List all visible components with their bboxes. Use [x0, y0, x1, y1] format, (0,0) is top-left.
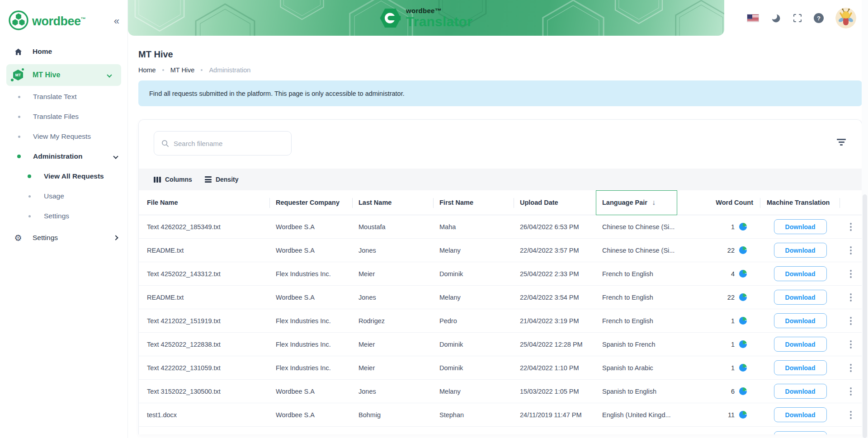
cell-actions [840, 380, 862, 403]
column-header-first-name[interactable]: First Name [433, 190, 514, 215]
columns-icon [154, 177, 161, 183]
cell-last-name: Rodrigez [352, 309, 433, 332]
table-row[interactable]: README.txt Wordbee S.A Jones Melany 22/0… [139, 239, 862, 262]
table-row[interactable]: Text 4212022_151919.txt Flex Industries … [139, 309, 862, 333]
cell-first-name: Dominik [433, 356, 514, 379]
scrollbar-thumb[interactable] [863, 194, 867, 438]
search-input[interactable] [174, 140, 282, 147]
kebab-menu-icon[interactable] [848, 409, 854, 421]
breadcrumb-mt-hive[interactable]: MT Hive [170, 66, 195, 74]
sidebar-item-view-my-requests[interactable]: View My Requests [0, 127, 127, 146]
fullscreen-icon[interactable] [793, 14, 802, 23]
sidebar-item-settings-sub[interactable]: Settings [0, 206, 127, 226]
cell-machine-translation: Download [760, 403, 840, 426]
density-button[interactable]: Density [205, 176, 239, 183]
pie-chart-icon [739, 387, 747, 395]
cell-last-name: Meier [352, 356, 433, 379]
table-row[interactable]: Text 3152022_130500.txt Wordbee S.A Jone… [139, 380, 862, 403]
columns-button[interactable]: Columns [154, 176, 192, 183]
kebab-menu-icon[interactable] [848, 339, 854, 350]
cell-last-name: Moustafa [352, 215, 433, 238]
table-row[interactable]: README.txt Wordbee S.A Jones Melany 22/0… [139, 286, 862, 309]
sort-descending-icon[interactable]: ↓ [652, 198, 656, 207]
filter-icon[interactable] [836, 139, 846, 147]
cell-language-pair: Spanish to Arabic [596, 356, 677, 379]
table-row[interactable]: Text 4252022_143312.txt Flex Industries … [139, 262, 862, 286]
download-button[interactable]: Download [774, 337, 827, 352]
column-header-requester-company[interactable]: Requester Company [269, 190, 352, 215]
cell-first-name: Melany [433, 380, 514, 403]
cell-actions [840, 333, 862, 356]
help-icon[interactable]: ? [814, 13, 824, 23]
cell-last-name: Bohmig [352, 403, 433, 426]
cell-file-name: README.txt [139, 239, 269, 262]
table-row[interactable]: Text 4222022_131059.txt Flex Industries … [139, 356, 862, 380]
table-row[interactable]: Text 4262022_185349.txt Wordbee S.A Mous… [139, 215, 862, 239]
topbar-actions: ? [747, 6, 856, 30]
page-scrollbar[interactable] [862, 0, 868, 438]
cell-actions [840, 262, 862, 285]
cell-upload-date: 25/04/2022 12:28 PM [514, 333, 596, 356]
sidebar-item-translate-files[interactable]: Translate Files [0, 107, 127, 127]
bullet-icon [18, 96, 20, 98]
cell-last-name: Jones [352, 286, 433, 309]
sidebar-item-settings[interactable]: ⚙ Settings [0, 228, 127, 248]
sidebar-item-label: MT Hive [33, 71, 60, 79]
column-header-last-name[interactable]: Last Name [352, 190, 433, 215]
sidebar-item-label: Usage [44, 192, 64, 200]
column-header-upload-date[interactable]: Upload Date [514, 190, 596, 215]
page-title: MT Hive [138, 49, 868, 60]
kebab-menu-icon[interactable] [848, 268, 854, 280]
cell-machine-translation: Download [760, 309, 840, 332]
cell-requester-company: Wordbee S.A [269, 239, 352, 262]
logo-wordbee-text: wordbee™ [406, 7, 472, 14]
sidebar-item-view-all-requests[interactable]: View All Requests [0, 166, 127, 186]
requests-card: Columns Density File Name Requester Comp… [138, 119, 862, 434]
kebab-menu-icon[interactable] [848, 362, 854, 374]
column-header-machine-translation[interactable]: Machine Translation [760, 190, 840, 215]
user-avatar[interactable] [835, 8, 856, 28]
table-row[interactable]: test1.docx Wordbee S.A Bohmig Stephan 24… [139, 403, 862, 427]
sidebar-item-home[interactable]: Home [0, 42, 127, 61]
kebab-menu-icon[interactable] [848, 315, 854, 327]
cell-requester-company: Flex Industries Inc. [269, 262, 352, 285]
table-body: Text 4262022_185349.txt Wordbee S.A Mous… [139, 215, 862, 427]
density-label: Density [216, 176, 239, 183]
column-header-word-count[interactable]: Word Count [677, 190, 760, 215]
kebab-menu-icon[interactable] [848, 292, 854, 303]
download-button[interactable]: Download [774, 266, 827, 281]
cell-machine-translation: Download [760, 286, 840, 309]
download-button[interactable]: Download [774, 431, 827, 434]
cell-first-name: Dominik [433, 262, 514, 285]
download-button[interactable]: Download [774, 384, 827, 399]
column-header-language-pair[interactable]: Language Pair ↓ [596, 190, 677, 215]
sidebar-item-translate-text[interactable]: Translate Text [0, 87, 127, 107]
cell-file-name: test1.docx [139, 403, 269, 426]
cell-file-name: Text 4252022_122838.txt [139, 333, 269, 356]
kebab-menu-icon[interactable] [848, 245, 854, 256]
download-button[interactable]: Download [774, 407, 827, 422]
cell-file-name: Text 4212022_151919.txt [139, 309, 269, 332]
pie-chart-icon [739, 223, 747, 231]
table-header: File Name Requester Company Last Name Fi… [139, 190, 862, 215]
dark-mode-moon-icon[interactable] [771, 13, 781, 24]
download-button[interactable]: Download [774, 243, 827, 258]
bullet-icon [17, 155, 21, 158]
breadcrumb-home[interactable]: Home [138, 66, 156, 74]
kebab-menu-icon[interactable] [848, 386, 854, 397]
column-header-file-name[interactable]: File Name [139, 190, 269, 215]
sidebar-item-administration[interactable]: Administration [0, 146, 127, 166]
language-flag-icon[interactable] [747, 14, 759, 22]
table-row[interactable]: Text 4252022_122838.txt Flex Industries … [139, 333, 862, 356]
download-button[interactable]: Download [774, 360, 827, 375]
kebab-menu-icon[interactable] [848, 221, 854, 233]
breadcrumb-separator [201, 69, 203, 71]
cell-word-count: 6 [677, 380, 760, 403]
download-button[interactable]: Download [774, 290, 827, 305]
sidebar-collapse-icon[interactable]: « [112, 15, 121, 27]
download-button[interactable]: Download [774, 313, 827, 328]
download-button[interactable]: Download [774, 219, 827, 234]
sidebar-item-mt-hive[interactable]: MT MT Hive [6, 64, 121, 86]
cell-machine-translation: Download [760, 239, 840, 262]
sidebar-item-usage[interactable]: Usage [0, 186, 127, 206]
